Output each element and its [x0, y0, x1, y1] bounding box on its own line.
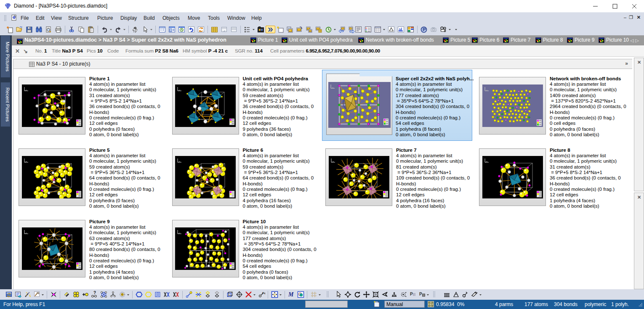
svg-text:P: P [410, 292, 413, 296]
svg-text:Fe: Fe [262, 291, 265, 295]
svg-text:M: M [288, 291, 294, 298]
svg-text:P: P [419, 292, 422, 296]
svg-text:?: ? [93, 291, 96, 295]
